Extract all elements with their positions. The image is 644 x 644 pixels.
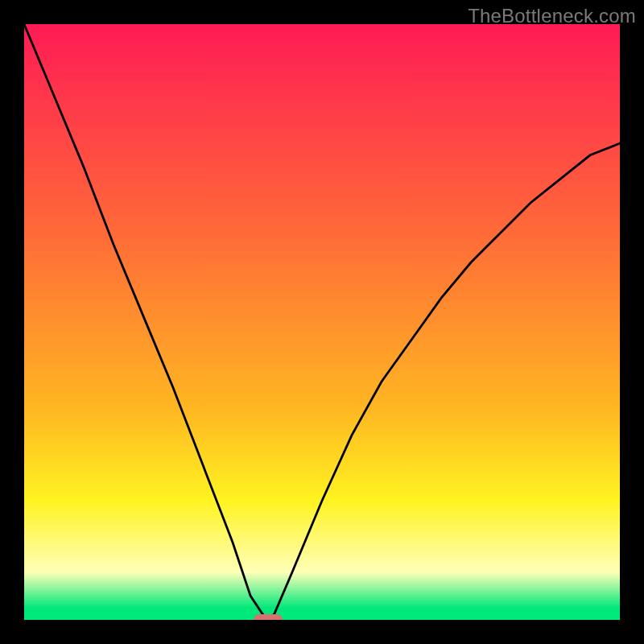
curve-path <box>24 24 620 620</box>
chart-frame: TheBottleneck.com <box>0 0 644 644</box>
bottleneck-curve <box>24 24 620 620</box>
plot-area <box>24 24 620 620</box>
optimal-marker <box>254 614 283 620</box>
